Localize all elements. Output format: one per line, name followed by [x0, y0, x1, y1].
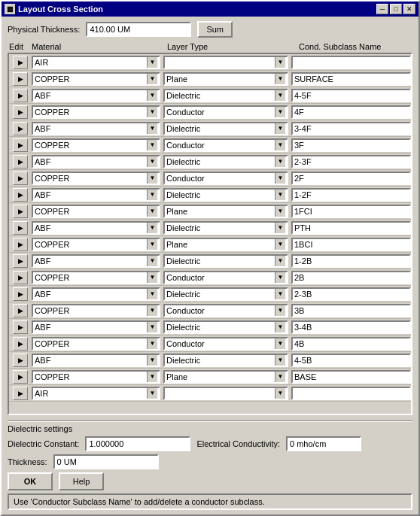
- material-select[interactable]: COPPER▼: [32, 105, 160, 119]
- layer-type-select[interactable]: Dielectric▼: [163, 254, 288, 268]
- row-arrow-button[interactable]: ▶: [13, 122, 28, 135]
- row-arrow-button[interactable]: ▶: [13, 271, 28, 284]
- cond-subclass-input[interactable]: [291, 138, 411, 152]
- cond-subclass-input[interactable]: [291, 304, 411, 317]
- layer-type-dropdown-icon[interactable]: ▼: [275, 190, 285, 200]
- cond-subclass-input[interactable]: [291, 370, 411, 384]
- material-select[interactable]: ABF▼: [32, 188, 160, 202]
- cond-subclass-input[interactable]: [291, 221, 411, 235]
- material-select[interactable]: ABF▼: [32, 221, 160, 235]
- cond-subclass-input[interactable]: [291, 188, 411, 202]
- layer-type-dropdown-icon[interactable]: ▼: [275, 107, 285, 117]
- layer-type-dropdown-icon[interactable]: ▼: [275, 123, 285, 134]
- layer-type-dropdown-icon[interactable]: ▼: [275, 74, 285, 84]
- row-arrow-button[interactable]: ▶: [13, 287, 28, 301]
- cond-subclass-input[interactable]: [291, 271, 411, 284]
- electrical-conductivity-input[interactable]: [286, 436, 361, 451]
- layer-type-dropdown-icon[interactable]: ▼: [275, 372, 285, 382]
- material-select[interactable]: ABF▼: [32, 354, 160, 367]
- material-dropdown-icon[interactable]: ▼: [147, 388, 157, 399]
- material-select[interactable]: COPPER▼: [32, 205, 160, 218]
- row-arrow-button[interactable]: ▶: [13, 105, 28, 119]
- material-select[interactable]: ABF▼: [32, 122, 160, 135]
- help-button[interactable]: Help: [59, 472, 104, 490]
- layer-type-select[interactable]: Plane▼: [163, 205, 288, 218]
- material-dropdown-icon[interactable]: ▼: [147, 372, 157, 382]
- row-arrow-button[interactable]: ▶: [13, 387, 28, 400]
- layer-type-select[interactable]: ▼: [163, 56, 288, 69]
- layer-type-select[interactable]: Conductor▼: [163, 304, 288, 317]
- dielectric-thickness-input[interactable]: [53, 454, 159, 469]
- row-arrow-button[interactable]: ▶: [13, 354, 28, 367]
- layer-type-dropdown-icon[interactable]: ▼: [275, 355, 285, 366]
- material-select[interactable]: AIR▼: [32, 387, 160, 400]
- row-arrow-button[interactable]: ▶: [13, 304, 28, 317]
- row-arrow-button[interactable]: ▶: [13, 155, 28, 168]
- dielectric-constant-input[interactable]: [85, 436, 190, 451]
- material-select[interactable]: COPPER▼: [32, 370, 160, 384]
- material-dropdown-icon[interactable]: ▼: [147, 156, 157, 167]
- row-arrow-button[interactable]: ▶: [13, 320, 28, 334]
- material-dropdown-icon[interactable]: ▼: [147, 173, 157, 184]
- material-dropdown-icon[interactable]: ▼: [147, 107, 157, 117]
- layer-type-dropdown-icon[interactable]: ▼: [275, 156, 285, 167]
- ok-button[interactable]: OK: [8, 472, 53, 490]
- cond-subclass-input[interactable]: [291, 287, 411, 301]
- material-select[interactable]: ABF▼: [32, 89, 160, 102]
- layer-type-select[interactable]: Plane▼: [163, 238, 288, 251]
- cond-subclass-input[interactable]: [291, 155, 411, 168]
- material-dropdown-icon[interactable]: ▼: [147, 190, 157, 200]
- layer-type-select[interactable]: Dielectric▼: [163, 122, 288, 135]
- cond-subclass-input[interactable]: [291, 89, 411, 102]
- material-dropdown-icon[interactable]: ▼: [147, 223, 157, 233]
- sum-button[interactable]: Sum: [197, 21, 233, 38]
- material-dropdown-icon[interactable]: ▼: [147, 140, 157, 150]
- layer-type-select[interactable]: Dielectric▼: [163, 155, 288, 168]
- cond-subclass-input[interactable]: [291, 171, 411, 185]
- close-button[interactable]: ✕: [403, 4, 415, 14]
- material-select[interactable]: ABF▼: [32, 254, 160, 268]
- layer-type-dropdown-icon[interactable]: ▼: [275, 90, 285, 101]
- cond-subclass-input[interactable]: [291, 122, 411, 135]
- material-dropdown-icon[interactable]: ▼: [147, 206, 157, 217]
- layer-type-select[interactable]: Conductor▼: [163, 171, 288, 185]
- cond-subclass-input[interactable]: [291, 56, 411, 69]
- layer-type-select[interactable]: Plane▼: [163, 370, 288, 384]
- cond-subclass-input[interactable]: [291, 254, 411, 268]
- maximize-button[interactable]: □: [390, 4, 402, 14]
- material-dropdown-icon[interactable]: ▼: [147, 322, 157, 332]
- row-arrow-button[interactable]: ▶: [13, 254, 28, 268]
- row-arrow-button[interactable]: ▶: [13, 171, 28, 185]
- cond-subclass-input[interactable]: [291, 105, 411, 119]
- cond-subclass-input[interactable]: [291, 387, 411, 400]
- layer-type-select[interactable]: Plane▼: [163, 72, 288, 86]
- material-dropdown-icon[interactable]: ▼: [147, 338, 157, 349]
- row-arrow-button[interactable]: ▶: [13, 238, 28, 251]
- layer-type-dropdown-icon[interactable]: ▼: [275, 57, 285, 68]
- layer-type-select[interactable]: Dielectric▼: [163, 354, 288, 367]
- material-dropdown-icon[interactable]: ▼: [147, 123, 157, 134]
- layer-type-dropdown-icon[interactable]: ▼: [275, 239, 285, 250]
- material-dropdown-icon[interactable]: ▼: [147, 57, 157, 68]
- layer-type-dropdown-icon[interactable]: ▼: [275, 272, 285, 283]
- row-arrow-button[interactable]: ▶: [13, 370, 28, 384]
- material-dropdown-icon[interactable]: ▼: [147, 289, 157, 299]
- layer-type-dropdown-icon[interactable]: ▼: [275, 338, 285, 349]
- row-arrow-button[interactable]: ▶: [13, 337, 28, 351]
- material-select[interactable]: COPPER▼: [32, 337, 160, 351]
- row-arrow-button[interactable]: ▶: [13, 72, 28, 86]
- row-arrow-button[interactable]: ▶: [13, 205, 28, 218]
- layer-type-select[interactable]: ▼: [163, 387, 288, 400]
- material-select[interactable]: AIR▼: [32, 56, 160, 69]
- layer-type-select[interactable]: Conductor▼: [163, 337, 288, 351]
- row-arrow-button[interactable]: ▶: [13, 138, 28, 152]
- cond-subclass-input[interactable]: [291, 320, 411, 334]
- layer-type-dropdown-icon[interactable]: ▼: [275, 256, 285, 266]
- layer-type-select[interactable]: Dielectric▼: [163, 287, 288, 301]
- material-select[interactable]: ABF▼: [32, 320, 160, 334]
- row-arrow-button[interactable]: ▶: [13, 188, 28, 202]
- thickness-input[interactable]: [86, 22, 191, 37]
- layer-type-dropdown-icon[interactable]: ▼: [275, 289, 285, 299]
- cond-subclass-input[interactable]: [291, 72, 411, 86]
- material-select[interactable]: COPPER▼: [32, 304, 160, 317]
